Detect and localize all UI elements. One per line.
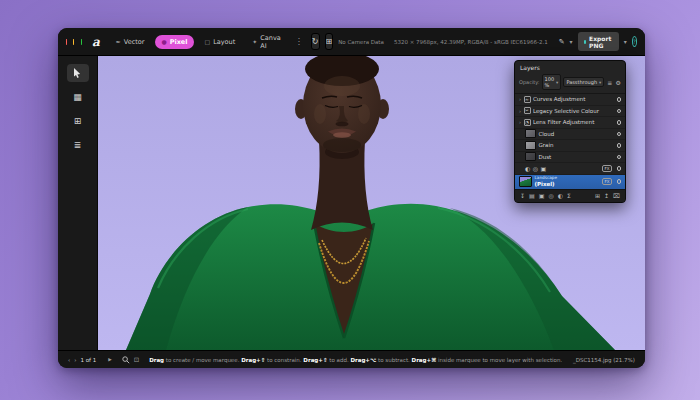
panel-menu-icon[interactable]: ≡ bbox=[607, 79, 612, 86]
layer-row-selected-pixel[interactable]: Landscape (Pixel) FX bbox=[515, 175, 625, 189]
layer-row-cloud[interactable]: Cloud bbox=[515, 129, 625, 141]
layer-row-lens-filter-adjustment[interactable]: › ◔ Lens Filter Adjustment bbox=[515, 117, 625, 129]
persona-tab-pixel[interactable]: ● Pixel bbox=[155, 35, 193, 49]
marquee-tool-button[interactable]: ▦ bbox=[67, 88, 89, 106]
mesh-grid-icon: ⊞ bbox=[74, 116, 82, 126]
chevron-down-icon[interactable]: ▾ bbox=[570, 38, 573, 45]
png-icon bbox=[584, 40, 586, 44]
layout-frame-icon: ▢ bbox=[205, 38, 211, 45]
persona-tab-canva-ai[interactable]: ✦ Canva AI bbox=[246, 31, 287, 53]
layers-opacity-row: Opacity: 100 % ▾ Passthrough ▾ ≡ ⚙ bbox=[515, 73, 625, 94]
pen-nib-icon: ✒ bbox=[116, 38, 121, 45]
visibility-eye-icon[interactable] bbox=[617, 155, 622, 160]
chevron-right-icon[interactable]: › bbox=[519, 96, 521, 102]
export-options-icon[interactable]: ▾ bbox=[624, 38, 627, 45]
persona-tab-layout[interactable]: ▢ Layout bbox=[199, 35, 242, 49]
visibility-eye-icon[interactable] bbox=[617, 120, 622, 125]
layer-label: Grain bbox=[539, 142, 554, 148]
mask-circle-icon[interactable]: ◎ bbox=[533, 165, 538, 172]
titlebar: a ✒ Vector ● Pixel ▢ Layout ✦ Canva AI ⋮… bbox=[58, 28, 645, 56]
new-pixel-layer-icon[interactable]: ▣ bbox=[539, 192, 545, 199]
app-window: a ✒ Vector ● Pixel ▢ Layout ✦ Canva AI ⋮… bbox=[58, 28, 645, 368]
blend-mode-value: Passthrough bbox=[566, 79, 597, 85]
layer-row-legacy-selective-colour[interactable]: › ✂ Legacy Selective Colour bbox=[515, 106, 625, 118]
layers-panel-title: Layers bbox=[515, 61, 625, 73]
visibility-eye-icon[interactable] bbox=[617, 166, 622, 171]
filename-zoom-label: _DSC1154.jpg (21.7%) bbox=[573, 357, 635, 363]
visibility-eye-icon[interactable] bbox=[617, 109, 622, 114]
duplicate-icon[interactable]: ⊞ bbox=[595, 192, 600, 199]
stack-icon: ≣ bbox=[74, 140, 82, 150]
layer-row-grain[interactable]: Grain bbox=[515, 140, 625, 152]
blend-half-icon[interactable]: ◐ bbox=[525, 165, 530, 172]
gear-icon[interactable]: ⚙ bbox=[615, 79, 620, 86]
selective-colour-icon: ✂ bbox=[524, 107, 531, 114]
affinity-logo: a bbox=[92, 35, 100, 49]
page-indicator: 1 of 1 bbox=[80, 357, 96, 363]
layer-thumbnail bbox=[519, 176, 532, 187]
layer-meta: Landscape (Pixel) bbox=[535, 176, 558, 187]
next-page-icon[interactable]: › bbox=[74, 357, 76, 363]
group-folder-icon[interactable]: ▤ bbox=[529, 192, 535, 199]
add-layer-icon[interactable]: ↧ bbox=[520, 192, 525, 199]
adjustment-icon[interactable]: ◐ bbox=[558, 192, 563, 199]
chevron-down-icon: ▾ bbox=[599, 80, 601, 85]
prev-page-icon[interactable]: ‹ bbox=[68, 357, 70, 363]
persona-label: Pixel bbox=[170, 38, 188, 46]
pan-view-icon[interactable]: ⊡ bbox=[134, 356, 139, 364]
chevron-right-icon[interactable]: › bbox=[519, 108, 521, 114]
insert-target-button[interactable]: ⊞ bbox=[325, 33, 334, 50]
play-icon[interactable]: ▶ bbox=[108, 357, 111, 362]
move-tool-button[interactable] bbox=[67, 64, 89, 82]
persona-label: Layout bbox=[213, 38, 235, 46]
move-up-icon[interactable]: ↥ bbox=[604, 192, 609, 199]
pixel-circle-icon: ● bbox=[161, 38, 166, 45]
fill-square-icon[interactable]: ▣ bbox=[541, 165, 547, 172]
lens-filter-icon: ◔ bbox=[524, 119, 531, 126]
cursor-arrow-icon bbox=[73, 68, 82, 79]
curves-adjustment-icon: ≈ bbox=[524, 96, 531, 103]
layer-row-curves-adjustment[interactable]: › ≈ Curves Adjustment bbox=[515, 94, 625, 106]
help-label: ? bbox=[633, 38, 636, 45]
camera-data-status: No Camera Data bbox=[338, 39, 384, 45]
visibility-eye-icon[interactable] bbox=[617, 179, 622, 184]
rotate-icon: ↻ bbox=[312, 37, 319, 46]
chevron-right-icon[interactable]: › bbox=[519, 119, 521, 125]
layers-panel-footer: ↧ ▤ ▣ ◎ ◐ Σ ⊞ ↥ ⌧ bbox=[515, 189, 625, 202]
sparkle-icon: ✦ bbox=[252, 38, 257, 45]
layer-label: (Pixel) bbox=[535, 181, 558, 187]
statusbar: ‹ › 1 of 1 ▶ ⊡ Drag to create / move mar… bbox=[58, 350, 645, 368]
blend-mode-dropdown[interactable]: Passthrough ▾ bbox=[563, 77, 604, 87]
chevron-down-icon: ▾ bbox=[556, 80, 558, 85]
help-button[interactable]: ? bbox=[632, 36, 637, 47]
persona-tab-vector[interactable]: ✒ Vector bbox=[110, 35, 151, 49]
layer-row-effects[interactable]: ◐ ◎ ▣ FX bbox=[515, 163, 625, 175]
live-filter-icon[interactable]: Σ bbox=[567, 192, 571, 199]
visibility-eye-icon[interactable] bbox=[617, 132, 622, 137]
visibility-eye-icon[interactable] bbox=[617, 143, 622, 148]
layer-row-dust[interactable]: Dust bbox=[515, 152, 625, 164]
layer-label: Dust bbox=[539, 154, 552, 160]
export-png-button[interactable]: Export PNG bbox=[578, 32, 619, 51]
persona-label: Vector bbox=[124, 38, 145, 46]
zoom-magnifier-icon[interactable] bbox=[122, 356, 130, 364]
persona-label: Canva AI bbox=[260, 34, 280, 50]
visibility-eye-icon[interactable] bbox=[617, 97, 622, 102]
layer-label: Cloud bbox=[539, 131, 555, 137]
layer-thumbnail bbox=[525, 129, 536, 138]
fx-badge[interactable]: FX bbox=[602, 178, 612, 186]
export-label: Export PNG bbox=[589, 35, 613, 49]
mesh-warp-tool-button[interactable]: ⊞ bbox=[67, 112, 89, 130]
marquee-icon: ▦ bbox=[73, 92, 82, 102]
layer-thumbnail bbox=[525, 152, 536, 161]
rotate-canvas-button[interactable]: ↻ bbox=[311, 33, 320, 50]
brush-settings-icon[interactable]: ✎ bbox=[559, 38, 565, 46]
opacity-value-dropdown[interactable]: 100 % ▾ bbox=[542, 74, 562, 90]
layers-stack-tool-button[interactable]: ≣ bbox=[67, 136, 89, 154]
tool-hint: Drag to create / move marquee. Drag+⇧ to… bbox=[149, 357, 562, 363]
fx-badge[interactable]: FX bbox=[602, 165, 612, 173]
more-personas-icon[interactable]: ⋮ bbox=[292, 37, 306, 46]
delete-layer-icon[interactable]: ⌧ bbox=[613, 192, 620, 199]
insert-icon: ⊞ bbox=[326, 37, 333, 46]
mask-layer-icon[interactable]: ◎ bbox=[548, 192, 553, 199]
